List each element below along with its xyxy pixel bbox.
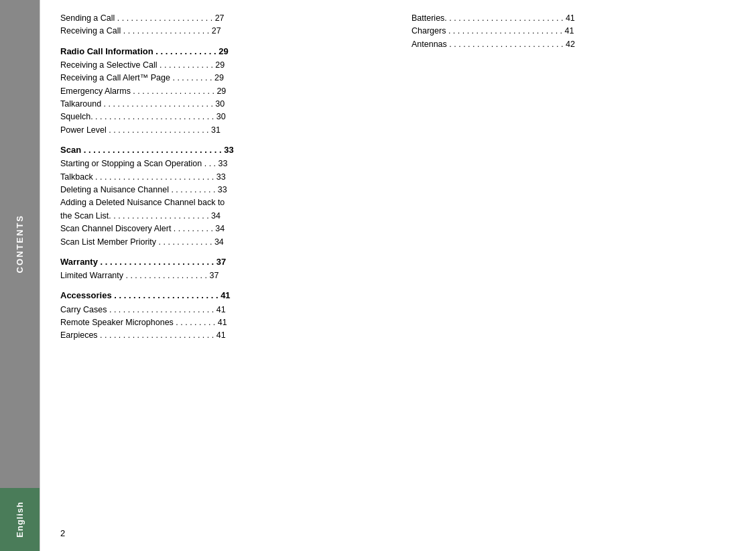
toc-left-item: Radio Call Information . . . . . . . . .… [60,45,385,58]
toc-left-item: Squelch. . . . . . . . . . . . . . . . .… [60,111,385,123]
toc-left-item: Deleting a Nuisance Channel . . . . . . … [60,184,385,196]
sidebar-contents-section: CONTENTS [0,0,40,488]
sidebar-english-section: English [0,488,40,551]
toc-left-item: Warranty . . . . . . . . . . . . . . . .… [60,255,385,269]
toc-left-item: Limited Warranty . . . . . . . . . . . .… [60,269,385,282]
main-content: Sending a Call . . . . . . . . . . . . .… [40,0,756,551]
toc-left-item: Receiving a Selective Call . . . . . . .… [60,59,385,72]
toc-left-item: Receiving a Call . . . . . . . . . . . .… [60,25,385,38]
toc-left-item: Scan . . . . . . . . . . . . . . . . . .… [60,143,385,157]
toc-left-item: Sending a Call . . . . . . . . . . . . .… [60,12,385,25]
toc-left-item: Talkback . . . . . . . . . . . . . . . .… [60,171,385,184]
toc-left-item: Earpieces . . . . . . . . . . . . . . . … [60,329,385,342]
toc-left-item: Adding a Deleted Nuisance Channel back t… [60,196,385,209]
toc-left-item: Carry Cases . . . . . . . . . . . . . . … [60,304,385,316]
toc-left-item: Talkaround . . . . . . . . . . . . . . .… [60,98,385,111]
toc-left-item: Remote Speaker Microphones . . . . . . .… [60,316,385,329]
toc-left-item: Scan Channel Discovery Alert . . . . . .… [60,223,385,235]
toc-left-item: Emergency Alarms . . . . . . . . . . . .… [60,85,385,98]
toc-right-item: Chargers . . . . . . . . . . . . . . . .… [412,25,736,38]
toc-left-item: the Scan List. . . . . . . . . . . . . .… [60,210,385,223]
toc-right-item: Antennas . . . . . . . . . . . . . . . .… [412,38,736,51]
toc-right-column: Batteries. . . . . . . . . . . . . . . .… [405,12,736,519]
toc-left-item: Receiving a Call Alert™ Page . . . . . .… [60,72,385,84]
page-number: 2 [60,528,65,538]
sidebar: CONTENTS English [0,0,40,551]
toc-right-item: Batteries. . . . . . . . . . . . . . . .… [412,12,736,25]
toc-left-column: Sending a Call . . . . . . . . . . . . .… [60,12,405,519]
toc-columns: Sending a Call . . . . . . . . . . . . .… [60,12,736,519]
toc-left-item: Starting or Stopping a Scan Operation . … [60,158,385,170]
toc-left-item: Accessories . . . . . . . . . . . . . . … [60,289,385,302]
page-footer: 2 [60,519,736,539]
contents-label: CONTENTS [15,215,25,273]
toc-left-item: Power Level . . . . . . . . . . . . . . … [60,124,385,137]
toc-left-item: Scan List Member Priority . . . . . . . … [60,236,385,249]
english-label: English [15,501,25,538]
